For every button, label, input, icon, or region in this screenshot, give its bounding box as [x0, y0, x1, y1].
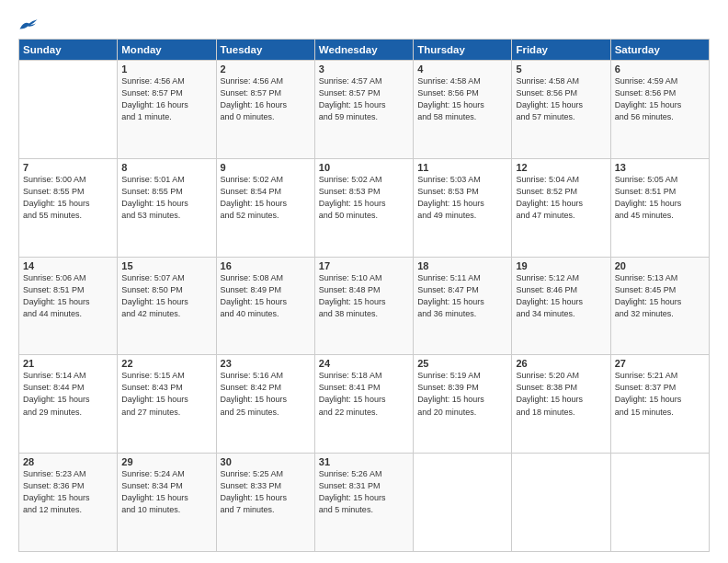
day-number: 27: [615, 358, 705, 369]
day-number: 25: [417, 358, 507, 369]
day-cell: [512, 454, 610, 552]
day-number: 30: [221, 456, 311, 467]
day-cell: 7Sunrise: 5:00 AM Sunset: 8:55 PM Daylig…: [19, 158, 118, 257]
day-cell: 9Sunrise: 5:02 AM Sunset: 8:54 PM Daylig…: [216, 158, 314, 257]
week-row-4: 21Sunrise: 5:14 AM Sunset: 8:44 PM Dayli…: [19, 355, 710, 454]
day-cell: 27Sunrise: 5:21 AM Sunset: 8:37 PM Dayli…: [610, 355, 709, 454]
day-cell: 14Sunrise: 5:06 AM Sunset: 8:51 PM Dayli…: [19, 257, 118, 355]
day-number: 4: [417, 63, 507, 75]
day-cell: 28Sunrise: 5:23 AM Sunset: 8:36 PM Dayli…: [19, 454, 118, 552]
day-cell: 8Sunrise: 5:01 AM Sunset: 8:55 PM Daylig…: [118, 158, 216, 257]
day-number: 8: [121, 162, 211, 173]
day-number: 10: [319, 162, 409, 173]
day-number: 6: [615, 63, 705, 75]
day-number: 29: [121, 456, 211, 467]
day-cell: 4Sunrise: 4:58 AM Sunset: 8:56 PM Daylig…: [414, 61, 512, 159]
day-info: Sunrise: 5:23 AM Sunset: 8:36 PM Dayligh…: [23, 468, 113, 516]
day-number: 20: [615, 260, 705, 271]
day-number: 24: [319, 358, 409, 369]
calendar-header-row: SundayMondayTuesdayWednesdayThursdayFrid…: [19, 40, 710, 61]
day-number: 21: [23, 358, 113, 369]
day-info: Sunrise: 4:58 AM Sunset: 8:56 PM Dayligh…: [417, 75, 507, 123]
day-cell: [610, 454, 709, 552]
logo: [18, 17, 42, 33]
day-number: 15: [121, 260, 211, 271]
day-number: 23: [221, 358, 311, 369]
col-header-tuesday: Tuesday: [216, 40, 314, 61]
day-info: Sunrise: 5:02 AM Sunset: 8:54 PM Dayligh…: [221, 174, 311, 222]
day-cell: 10Sunrise: 5:02 AM Sunset: 8:53 PM Dayli…: [314, 158, 413, 257]
day-cell: 5Sunrise: 4:58 AM Sunset: 8:56 PM Daylig…: [512, 61, 610, 159]
day-number: 7: [23, 162, 113, 173]
day-cell: 3Sunrise: 4:57 AM Sunset: 8:57 PM Daylig…: [314, 61, 413, 159]
calendar-table: SundayMondayTuesdayWednesdayThursdayFrid…: [18, 39, 710, 552]
week-row-3: 14Sunrise: 5:06 AM Sunset: 8:51 PM Dayli…: [19, 257, 710, 355]
day-cell: 23Sunrise: 5:16 AM Sunset: 8:42 PM Dayli…: [216, 355, 314, 454]
day-cell: 19Sunrise: 5:12 AM Sunset: 8:46 PM Dayli…: [512, 257, 610, 355]
col-header-wednesday: Wednesday: [314, 40, 413, 61]
day-cell: 26Sunrise: 5:20 AM Sunset: 8:38 PM Dayli…: [512, 355, 610, 454]
day-info: Sunrise: 5:15 AM Sunset: 8:43 PM Dayligh…: [121, 370, 211, 418]
day-cell: 1Sunrise: 4:56 AM Sunset: 8:57 PM Daylig…: [118, 61, 216, 159]
logo-icon: [18, 17, 39, 33]
day-number: 26: [516, 358, 606, 369]
day-number: 14: [23, 260, 113, 271]
day-cell: 12Sunrise: 5:04 AM Sunset: 8:52 PM Dayli…: [512, 158, 610, 257]
day-cell: 6Sunrise: 4:59 AM Sunset: 8:56 PM Daylig…: [610, 61, 709, 159]
day-number: 28: [23, 456, 113, 467]
day-info: Sunrise: 5:12 AM Sunset: 8:46 PM Dayligh…: [516, 272, 606, 320]
day-info: Sunrise: 5:19 AM Sunset: 8:39 PM Dayligh…: [417, 370, 507, 418]
week-row-5: 28Sunrise: 5:23 AM Sunset: 8:36 PM Dayli…: [19, 454, 710, 552]
day-info: Sunrise: 5:24 AM Sunset: 8:34 PM Dayligh…: [121, 468, 211, 516]
day-number: 1: [121, 63, 211, 75]
day-cell: 21Sunrise: 5:14 AM Sunset: 8:44 PM Dayli…: [19, 355, 118, 454]
day-number: 18: [417, 260, 507, 271]
day-info: Sunrise: 5:00 AM Sunset: 8:55 PM Dayligh…: [23, 174, 113, 222]
day-info: Sunrise: 4:56 AM Sunset: 8:57 PM Dayligh…: [121, 75, 211, 123]
day-info: Sunrise: 5:11 AM Sunset: 8:47 PM Dayligh…: [417, 272, 507, 320]
day-cell: 25Sunrise: 5:19 AM Sunset: 8:39 PM Dayli…: [414, 355, 512, 454]
day-cell: 11Sunrise: 5:03 AM Sunset: 8:53 PM Dayli…: [414, 158, 512, 257]
day-cell: 24Sunrise: 5:18 AM Sunset: 8:41 PM Dayli…: [314, 355, 413, 454]
day-number: 31: [319, 456, 409, 467]
day-number: 22: [121, 358, 211, 369]
day-cell: [414, 454, 512, 552]
day-info: Sunrise: 5:04 AM Sunset: 8:52 PM Dayligh…: [516, 174, 606, 222]
day-info: Sunrise: 5:14 AM Sunset: 8:44 PM Dayligh…: [23, 370, 113, 418]
day-cell: 13Sunrise: 5:05 AM Sunset: 8:51 PM Dayli…: [610, 158, 709, 257]
day-info: Sunrise: 4:56 AM Sunset: 8:57 PM Dayligh…: [221, 75, 311, 123]
day-info: Sunrise: 5:02 AM Sunset: 8:53 PM Dayligh…: [319, 174, 409, 222]
page: SundayMondayTuesdayWednesdayThursdayFrid…: [0, 0, 728, 563]
day-number: 5: [516, 63, 606, 75]
day-info: Sunrise: 5:25 AM Sunset: 8:33 PM Dayligh…: [221, 468, 311, 516]
day-info: Sunrise: 5:13 AM Sunset: 8:45 PM Dayligh…: [615, 272, 705, 320]
day-info: Sunrise: 5:07 AM Sunset: 8:50 PM Dayligh…: [121, 272, 211, 320]
day-number: 16: [221, 260, 311, 271]
col-header-sunday: Sunday: [19, 40, 118, 61]
day-number: 3: [319, 63, 409, 75]
week-row-2: 7Sunrise: 5:00 AM Sunset: 8:55 PM Daylig…: [19, 158, 710, 257]
day-number: 11: [417, 162, 507, 173]
day-cell: 29Sunrise: 5:24 AM Sunset: 8:34 PM Dayli…: [118, 454, 216, 552]
header: [18, 17, 710, 33]
day-info: Sunrise: 5:16 AM Sunset: 8:42 PM Dayligh…: [221, 370, 311, 418]
day-cell: 18Sunrise: 5:11 AM Sunset: 8:47 PM Dayli…: [414, 257, 512, 355]
day-info: Sunrise: 5:03 AM Sunset: 8:53 PM Dayligh…: [417, 174, 507, 222]
col-header-friday: Friday: [512, 40, 610, 61]
day-cell: 2Sunrise: 4:56 AM Sunset: 8:57 PM Daylig…: [216, 61, 314, 159]
day-info: Sunrise: 4:59 AM Sunset: 8:56 PM Dayligh…: [615, 75, 705, 123]
day-number: 2: [221, 63, 311, 75]
day-cell: 16Sunrise: 5:08 AM Sunset: 8:49 PM Dayli…: [216, 257, 314, 355]
day-number: 13: [615, 162, 705, 173]
day-info: Sunrise: 5:05 AM Sunset: 8:51 PM Dayligh…: [615, 174, 705, 222]
col-header-saturday: Saturday: [610, 40, 709, 61]
day-info: Sunrise: 5:06 AM Sunset: 8:51 PM Dayligh…: [23, 272, 113, 320]
day-info: Sunrise: 5:26 AM Sunset: 8:31 PM Dayligh…: [319, 468, 409, 516]
day-info: Sunrise: 5:21 AM Sunset: 8:37 PM Dayligh…: [615, 370, 705, 418]
day-number: 17: [319, 260, 409, 271]
day-info: Sunrise: 5:01 AM Sunset: 8:55 PM Dayligh…: [121, 174, 211, 222]
col-header-thursday: Thursday: [414, 40, 512, 61]
day-cell: [19, 61, 118, 159]
day-info: Sunrise: 5:08 AM Sunset: 8:49 PM Dayligh…: [221, 272, 311, 320]
day-cell: 15Sunrise: 5:07 AM Sunset: 8:50 PM Dayli…: [118, 257, 216, 355]
